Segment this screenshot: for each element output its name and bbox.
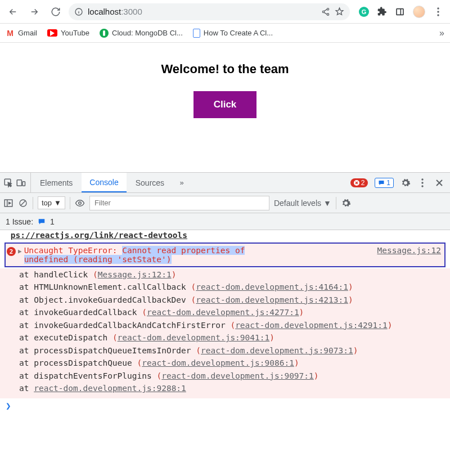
- error-source-link[interactable]: Message.js:12: [377, 246, 442, 255]
- message-icon: [38, 218, 46, 226]
- svg-point-4: [327, 8, 328, 10]
- address-bar[interactable]: localhost:3000: [69, 3, 350, 20]
- source-link[interactable]: react-dom.development.js:4213:1: [196, 295, 348, 304]
- svg-rect-12: [17, 179, 21, 186]
- grammarly-icon[interactable]: G: [359, 7, 369, 17]
- stack-frame: at processDispatchQueueItemsInOrder (rea…: [19, 344, 444, 357]
- issues-count: 1: [50, 217, 55, 226]
- close-icon[interactable]: [434, 178, 444, 188]
- chevron-down-icon: ▼: [323, 199, 331, 208]
- bookmark-label: YouTube: [61, 29, 89, 37]
- click-button[interactable]: Click: [194, 91, 257, 118]
- devtools-panel: Elements Console Sources » 2 1 top ▼: [0, 172, 450, 476]
- svg-point-9: [437, 11, 439, 12]
- source-link[interactable]: react-dom.development.js:9097:1: [161, 371, 314, 380]
- svg-line-21: [21, 201, 25, 205]
- extensions-icon[interactable]: [377, 7, 387, 17]
- issues-bar[interactable]: 1 Issue: 1: [0, 213, 450, 230]
- bookmarks-bar: M Gmail YouTube Cloud: MongoDB Cl... How…: [0, 24, 450, 43]
- source-link[interactable]: react-dom.development.js:9288:1: [34, 384, 186, 393]
- context-selector[interactable]: top ▼: [38, 196, 65, 209]
- arrow-left-icon: [8, 7, 18, 17]
- gmail-icon: M: [6, 29, 15, 38]
- star-icon[interactable]: [335, 7, 344, 16]
- youtube-icon: [47, 29, 57, 37]
- svg-point-8: [437, 7, 439, 9]
- error-icon: [354, 180, 359, 186]
- menu-icon[interactable]: [433, 7, 443, 17]
- page-content: Welcome! to the team Click: [0, 43, 450, 172]
- svg-point-17: [421, 185, 423, 187]
- console-settings-icon[interactable]: [341, 198, 351, 208]
- svg-point-5: [327, 14, 328, 15]
- tab-sources[interactable]: Sources: [128, 173, 172, 192]
- devtools-tabbar: Elements Console Sources » 2 1: [0, 173, 450, 193]
- stack-frame: at HTMLUnknownElement.callCallback (reac…: [19, 281, 444, 293]
- chevron-down-icon: ▼: [54, 199, 61, 207]
- doc-icon: [193, 29, 200, 38]
- error-entry[interactable]: 2 ▶ Uncaught TypeError: Cannot read prop…: [4, 243, 446, 267]
- source-link[interactable]: react-dom.development.js:4164:1: [196, 282, 348, 291]
- clear-console-icon[interactable]: [18, 198, 28, 208]
- link[interactable]: ps://reactjs.org/link/react-devtools: [11, 231, 187, 240]
- source-link[interactable]: react-dom.development.js:9041:1: [118, 333, 270, 342]
- bookmark-mongodb[interactable]: Cloud: MongoDB Cl...: [100, 29, 183, 38]
- bookmarks-overflow-icon[interactable]: »: [439, 28, 444, 38]
- stack-frame: at processDispatchQueue (react-dom.devel…: [19, 357, 444, 369]
- source-link[interactable]: react-dom.development.js:9086:1: [142, 358, 294, 367]
- source-link[interactable]: react-dom.development.js:9073:1: [201, 346, 353, 355]
- url-text: localhost:3000: [88, 7, 142, 16]
- error-count-badge[interactable]: 2: [350, 178, 368, 187]
- bookmark-howto[interactable]: How To Create A Cl...: [193, 29, 273, 38]
- svg-point-3: [322, 11, 324, 12]
- tab-console[interactable]: Console: [82, 173, 126, 192]
- stack-frame: at executeDispatch (react-dom.developmen…: [19, 331, 444, 344]
- message-count-badge[interactable]: 1: [375, 178, 394, 188]
- stack-frame: at invokeGuardedCallbackAndCatchFirstErr…: [19, 319, 444, 331]
- console-output: ps://reactjs.org/link/react-devtools 2 ▶…: [0, 230, 450, 476]
- eye-icon[interactable]: [75, 198, 85, 208]
- profile-avatar[interactable]: [413, 6, 425, 18]
- disclosure-triangle-icon[interactable]: ▶: [18, 248, 22, 255]
- stack-frame: at dispatchEventsForPlugins (react-dom.d…: [19, 370, 444, 382]
- bookmark-label: Cloud: MongoDB Cl...: [112, 29, 183, 37]
- page-heading: Welcome! to the team: [161, 62, 289, 77]
- log-levels-selector[interactable]: Default levels ▼: [274, 199, 331, 208]
- inspect-icon[interactable]: [3, 178, 14, 188]
- info-icon: [74, 7, 83, 16]
- stack-frame: at Object.invokeGuardedCallbackDev (reac…: [19, 294, 444, 306]
- browser-toolbar: localhost:3000 G: [0, 0, 450, 24]
- toolbar-extensions: G: [354, 6, 446, 18]
- console-prompt[interactable]: ❯: [0, 398, 450, 414]
- tab-elements[interactable]: Elements: [32, 173, 80, 192]
- source-link[interactable]: Message.js:12:1: [98, 270, 172, 279]
- source-link[interactable]: react-dom.development.js:4291:1: [235, 321, 388, 330]
- device-icon[interactable]: [16, 178, 26, 188]
- stack-frame: at invokeGuardedCallback (react-dom.deve…: [19, 306, 444, 318]
- stack-frame: at react-dom.development.js:9288:1: [19, 382, 444, 394]
- reload-button[interactable]: [47, 3, 64, 20]
- sidebar-toggle-icon[interactable]: [3, 198, 14, 208]
- console-toolbar: top ▼ Default levels ▼: [0, 193, 450, 213]
- bookmark-gmail[interactable]: M Gmail: [6, 29, 37, 38]
- svg-rect-13: [22, 181, 25, 186]
- issues-label: 1 Issue:: [6, 217, 33, 226]
- reload-icon: [51, 7, 61, 17]
- settings-icon[interactable]: [400, 178, 411, 188]
- back-button[interactable]: [4, 3, 21, 20]
- log-entry: ps://reactjs.org/link/react-devtools: [0, 230, 450, 240]
- arrow-right-icon: [29, 7, 39, 17]
- forward-button[interactable]: [26, 3, 43, 20]
- filter-input[interactable]: [89, 196, 269, 210]
- source-link[interactable]: react-dom.development.js:4277:1: [147, 308, 299, 317]
- stack-trace: at handleClick (Message.js:12:1)at HTMLU…: [0, 268, 450, 398]
- svg-rect-6: [397, 8, 403, 15]
- svg-point-16: [421, 182, 423, 183]
- sidepanel-icon[interactable]: [395, 7, 405, 17]
- tabs-overflow-icon[interactable]: »: [177, 178, 187, 188]
- share-icon[interactable]: [321, 7, 330, 16]
- bookmark-youtube[interactable]: YouTube: [47, 29, 89, 37]
- error-badge-icon: 2: [7, 247, 16, 256]
- kebab-icon[interactable]: [417, 178, 428, 188]
- bookmark-label: How To Create A Cl...: [204, 29, 273, 37]
